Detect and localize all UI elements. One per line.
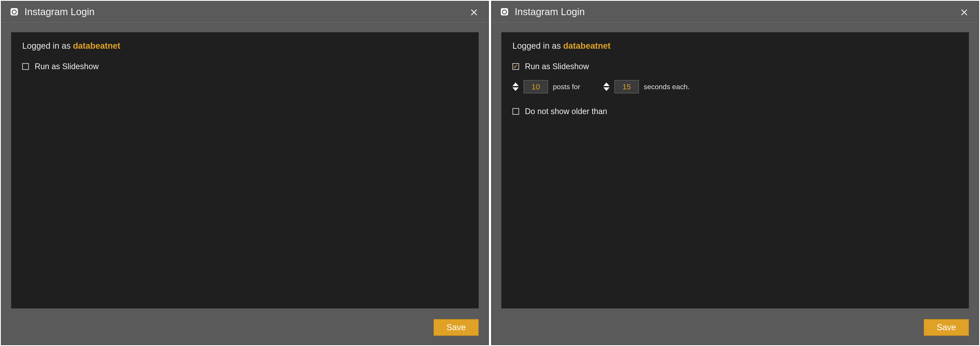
save-button[interactable]: Save [924, 319, 969, 336]
close-button[interactable] [958, 6, 970, 18]
titlebar: Instagram Login [2, 2, 488, 22]
close-icon [469, 7, 479, 16]
dialog-instagram-login-right: Instagram Login Logged in as databeatnet… [491, 1, 979, 345]
seconds-suffix-label: seconds each. [644, 83, 690, 91]
posts-suffix-label: posts for [553, 83, 580, 91]
older-than-checkbox[interactable] [512, 108, 519, 115]
close-icon [959, 7, 969, 16]
logged-in-username: databeatnet [563, 41, 611, 51]
logged-in-username: databeatnet [73, 41, 120, 51]
seconds-input[interactable] [614, 80, 639, 93]
dialog-title: Instagram Login [515, 6, 958, 18]
dialog-instagram-login-left: Instagram Login Logged in as databeatnet… [1, 1, 489, 345]
logged-in-status: Logged in as databeatnet [512, 41, 958, 51]
instagram-icon [500, 7, 509, 17]
svg-point-3 [16, 9, 17, 10]
instagram-icon [10, 7, 19, 17]
older-than-label: Do not show older than [525, 107, 607, 116]
seconds-increment-button[interactable] [603, 83, 609, 86]
posts-increment-button[interactable] [512, 83, 519, 86]
dialog-body: Logged in as databeatnet Run as Slidesho… [492, 22, 978, 313]
logged-in-status: Logged in as databeatnet [22, 41, 468, 51]
seconds-spinner [603, 83, 609, 91]
logged-in-prefix: Logged in as [22, 41, 73, 51]
slideshow-settings-row: posts for seconds each. [512, 80, 958, 93]
close-button[interactable] [468, 6, 480, 18]
posts-input[interactable] [523, 80, 548, 93]
content-panel: Logged in as databeatnet Run as Slidesho… [11, 32, 479, 308]
run-slideshow-checkbox[interactable] [22, 63, 29, 70]
dialog-footer: Save [2, 313, 488, 344]
save-button[interactable]: Save [434, 319, 479, 336]
run-slideshow-row: Run as Slideshow [512, 62, 958, 71]
run-slideshow-row: Run as Slideshow [22, 62, 468, 71]
dialog-title: Instagram Login [24, 6, 468, 18]
posts-spinner [512, 83, 519, 91]
svg-point-6 [506, 9, 508, 10]
content-panel: Logged in as databeatnet Run as Slidesho… [501, 32, 969, 308]
posts-decrement-button[interactable] [512, 88, 519, 91]
titlebar: Instagram Login [492, 2, 978, 22]
dialog-body: Logged in as databeatnet Run as Slidesho… [2, 22, 488, 313]
dialog-footer: Save [492, 313, 978, 344]
run-slideshow-checkbox[interactable] [512, 63, 519, 70]
older-than-row: Do not show older than [512, 107, 958, 116]
logged-in-prefix: Logged in as [512, 41, 563, 51]
run-slideshow-label: Run as Slideshow [35, 62, 99, 71]
run-slideshow-label: Run as Slideshow [525, 62, 589, 71]
seconds-decrement-button[interactable] [603, 88, 609, 91]
